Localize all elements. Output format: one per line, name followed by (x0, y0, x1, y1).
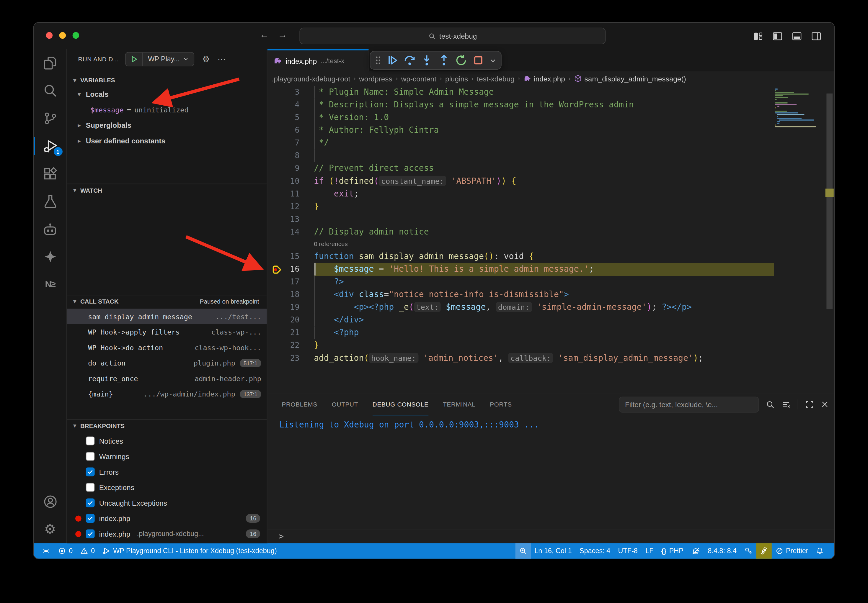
variables-superglobals-group[interactable]: ▸ Superglobals (67, 118, 267, 133)
breadcrumb-item[interactable]: plugins (445, 74, 468, 83)
gutter[interactable]: 16 (268, 263, 314, 275)
panel-tab-terminal[interactable]: TERMINAL (443, 393, 475, 415)
customize-layout-icon[interactable] (753, 32, 763, 40)
tab-index-php[interactable]: index.php .../test-x (268, 49, 369, 71)
breakpoint-checkbox[interactable] (86, 483, 95, 492)
activitybar-intelephense[interactable]: N≥ (33, 271, 67, 298)
stop-icon[interactable] (472, 54, 484, 66)
breadcrumb-item[interactable]: wordpress (359, 74, 392, 83)
variables-locals-group[interactable]: ▾ Locals (67, 87, 267, 102)
call-stack-frame[interactable]: do_actionplugin.php517:1 (67, 355, 267, 371)
gear-icon[interactable]: ⚙ (202, 54, 209, 64)
gutter[interactable]: 6 (268, 124, 314, 137)
call-stack-frame[interactable]: require_onceadmin-header.php (67, 371, 267, 386)
watch-section-header[interactable]: ▾ WATCH (67, 184, 267, 196)
navigate-back-icon[interactable]: ← (259, 29, 269, 40)
code-line-18[interactable]: 18 <div class="notice notice-info is-dis… (268, 288, 774, 301)
gutter[interactable]: 10 (268, 175, 314, 188)
breakpoint-row[interactable]: index.php.playground-xdebug...16 (67, 526, 267, 542)
panel-tab-debug-console[interactable]: DEBUG CONSOLE (373, 393, 429, 415)
statusbar-ln-16-col-1[interactable]: Ln 16, Col 1 (530, 543, 576, 559)
call-stack-frame[interactable]: sam_display_admin_message.../test... (67, 309, 267, 324)
scrollbar[interactable] (825, 86, 834, 393)
code-line-23[interactable]: 23add_action(hook_name: 'admin_notices',… (268, 352, 774, 365)
debug-launch-config[interactable]: WP Play... (125, 52, 195, 66)
gutter[interactable]: 12 (268, 200, 314, 213)
code-line-5[interactable]: 5 * Version: 1.0 (268, 111, 774, 124)
gutter[interactable]: 19 (268, 301, 314, 314)
call-stack-frame[interactable]: WP_Hook->do_actionclass-wp-hook... (67, 340, 267, 355)
gutter[interactable]: 7 (268, 137, 314, 149)
breakpoints-section-header[interactable]: ▾ BREAKPOINTS (67, 419, 267, 431)
step-over-icon[interactable] (404, 54, 416, 66)
gutter[interactable]: 9 (268, 162, 314, 175)
gutter[interactable]: 3 (268, 86, 314, 99)
gutter[interactable]: 4 (268, 99, 314, 111)
gutter[interactable]: 22 (268, 339, 314, 352)
breadcrumb-item[interactable]: .playground-xdebug-root (272, 74, 350, 83)
variable-message[interactable]: $message = uninitialized (67, 102, 267, 118)
call-stack-frame[interactable]: {main}.../wp-admin/index.php137:1 (67, 386, 267, 402)
toggle-panel-icon[interactable] (792, 32, 801, 40)
code-line-15[interactable]: 15function sam_display_admin_message(): … (268, 250, 774, 263)
breakpoint-row[interactable]: Warnings (67, 449, 267, 464)
code-line-21[interactable]: 21 <?php (268, 326, 774, 339)
breakpoint-checkbox[interactable] (86, 452, 95, 461)
activitybar-account[interactable] (33, 488, 67, 516)
statusbar-utf-8[interactable]: UTF-8 (614, 543, 642, 559)
gutter[interactable]: 18 (268, 288, 314, 301)
minimap[interactable] (774, 86, 825, 393)
callstack-section-header[interactable]: ▾ CALL STACK Paused on breakpoint (67, 295, 267, 307)
activitybar-chat[interactable] (33, 215, 67, 243)
breakpoint-checkbox[interactable] (86, 529, 95, 538)
more-actions-icon[interactable]: ⋯ (218, 54, 226, 64)
statusbar-bell[interactable] (812, 543, 828, 559)
toggle-secondary-sidebar-icon[interactable] (812, 32, 821, 40)
gutter[interactable]: 11 (268, 188, 314, 200)
maximize-panel-icon[interactable] (805, 400, 814, 408)
code-line-14[interactable]: 14// Display admin notice (268, 226, 774, 238)
breadcrumb-item[interactable]: sam_display_admin_message() (584, 74, 686, 83)
gutter[interactable]: 21 (268, 326, 314, 339)
breakpoint-row[interactable]: Notices (67, 433, 267, 449)
code-line-10[interactable]: 10if (!defined(constant_name: 'ABSPATH')… (268, 175, 774, 188)
minimize-window-button[interactable] (59, 32, 66, 39)
statusbar-8-4-8-8-4[interactable]: 8.4.8: 8.4 (704, 543, 741, 559)
scrollbar-thumb[interactable] (826, 94, 832, 309)
chevron-down-icon[interactable] (490, 57, 497, 64)
continue-icon[interactable] (386, 54, 398, 66)
breakpoint-checkbox[interactable] (86, 514, 95, 523)
code-line-6[interactable]: 6 * Author: Fellyph Cintra (268, 124, 774, 137)
activitybar-source-control[interactable] (33, 104, 67, 132)
statusbar-spaces-4[interactable]: Spaces: 4 (576, 543, 614, 559)
statusbar-remote[interactable]: >< (34, 543, 54, 559)
code-line-17[interactable]: 17 ?> (268, 275, 774, 288)
step-into-icon[interactable] (421, 54, 433, 66)
close-panel-icon[interactable] (821, 400, 829, 408)
breakpoint-row[interactable]: index.php16 (67, 511, 267, 526)
debug-console-input[interactable]: > (268, 529, 834, 543)
activitybar-settings[interactable]: ⚙ (33, 516, 67, 543)
statusbar-error-circle[interactable]: 0 (54, 543, 77, 559)
breadcrumb-item[interactable]: wp-content (401, 74, 436, 83)
close-window-button[interactable] (46, 32, 53, 39)
gutter[interactable]: 17 (268, 275, 314, 288)
breakpoint-checkbox[interactable] (86, 467, 95, 476)
breakpoint-row[interactable]: Errors (67, 464, 267, 480)
gutter[interactable]: 23 (268, 352, 314, 365)
clear-console-icon[interactable] (782, 400, 790, 408)
drag-grip-icon[interactable] (375, 56, 381, 65)
codelens-references[interactable]: 0 references (268, 238, 774, 250)
debug-console-filter-input[interactable] (619, 396, 759, 412)
step-out-icon[interactable] (438, 54, 450, 66)
statusbar-zoom-plus[interactable] (515, 543, 531, 559)
code-line-3[interactable]: 3 * Plugin Name: Simple Admin Message (268, 86, 774, 99)
breakpoint-checkbox[interactable] (86, 498, 95, 507)
variables-section-header[interactable]: ▾ VARIABLES (67, 74, 267, 86)
code-line-20[interactable]: 20 </div> (268, 314, 774, 326)
gutter[interactable]: 5 (268, 111, 314, 124)
breakpoint-row[interactable]: Exceptions (67, 480, 267, 495)
panel-tab-ports[interactable]: PORTS (490, 393, 512, 415)
gutter[interactable]: 14 (268, 226, 314, 238)
code-line-9[interactable]: 9// Prevent direct access (268, 162, 774, 175)
